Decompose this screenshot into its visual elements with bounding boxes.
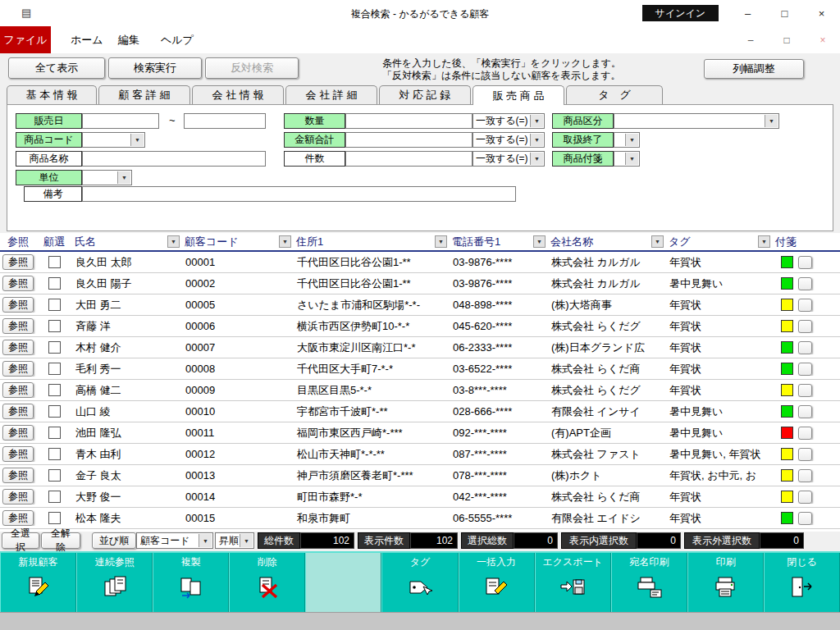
menu-home[interactable]: ホーム [62, 26, 112, 53]
search-exec-button[interactable]: 検索実行 [108, 57, 202, 79]
new-customer-button[interactable]: 新規顧客 [0, 553, 76, 612]
tag-button[interactable]: タグ [381, 553, 458, 612]
address-filter-icon[interactable]: ▼ [435, 235, 447, 248]
category-combo[interactable]: ▼ [614, 113, 779, 129]
row-checkbox[interactable] [48, 427, 61, 439]
clear-all-button[interactable]: 全解除 [41, 532, 80, 549]
sticky-button[interactable] [798, 469, 812, 482]
remarks-input[interactable] [82, 186, 516, 202]
sale-date-to-input[interactable] [184, 113, 266, 129]
row-checkbox[interactable] [48, 256, 61, 268]
row-checkbox[interactable] [48, 405, 61, 418]
phone-filter-icon[interactable]: ▼ [533, 235, 546, 248]
column-width-button[interactable]: 列幅調整 [704, 59, 804, 79]
ref-button[interactable]: 参照 [2, 468, 34, 483]
show-all-button[interactable]: 全て表示 [8, 57, 105, 79]
code-filter-icon[interactable]: ▼ [279, 235, 291, 248]
unit-combo[interactable]: ▼ [82, 170, 132, 185]
sticky-button[interactable] [798, 448, 812, 461]
ref-button[interactable]: 参照 [2, 297, 34, 313]
discontinued-combo[interactable]: ▼ [614, 132, 640, 148]
ref-button[interactable]: 参照 [2, 382, 34, 398]
count-match-combo[interactable]: 一致する(=) ▼ [472, 151, 545, 167]
row-checkbox[interactable] [48, 491, 61, 503]
amount-total-input[interactable] [345, 132, 472, 148]
tags-filter-icon[interactable]: ▼ [758, 235, 770, 248]
print-button[interactable]: 印刷 [687, 553, 764, 612]
count-input[interactable] [345, 151, 472, 167]
ref-button[interactable]: 参照 [2, 361, 34, 377]
ref-button[interactable]: 参照 [2, 340, 34, 355]
product-code-combo[interactable]: ▼ [82, 132, 145, 148]
ribbon-restore-icon[interactable]: □ [779, 33, 794, 48]
tab-company-info[interactable]: 会 社 情 報 [192, 85, 284, 104]
menu-help[interactable]: ヘルプ [153, 26, 202, 53]
batch-input-button[interactable]: 一括入力 [459, 553, 535, 612]
sticky-button[interactable] [798, 405, 812, 418]
row-checkbox[interactable] [48, 512, 61, 524]
amount-match-combo[interactable]: 一致する(=) ▼ [472, 132, 545, 148]
chevron-down-icon[interactable]: ▼ [625, 153, 638, 165]
ref-button[interactable]: 参照 [2, 276, 34, 291]
sale-date-from-input[interactable] [82, 113, 159, 129]
chevron-down-icon[interactable]: ▼ [765, 115, 778, 127]
tab-basic-info[interactable]: 基 本 情 報 [7, 85, 97, 104]
sticky-button[interactable] [798, 299, 812, 312]
sticky-button[interactable] [798, 512, 812, 525]
close-window-button[interactable]: 閉じる [764, 553, 840, 612]
ref-button[interactable]: 参照 [2, 404, 34, 419]
minimize-icon[interactable]: – [729, 0, 766, 26]
sticky-button[interactable] [798, 491, 812, 504]
chevron-down-icon[interactable]: ▼ [530, 153, 543, 165]
signin-button[interactable]: サインイン [642, 5, 719, 21]
maximize-icon[interactable]: □ [766, 0, 803, 26]
company-filter-icon[interactable]: ▼ [651, 235, 664, 248]
chevron-down-icon[interactable]: ▼ [530, 115, 543, 127]
quantity-match-combo[interactable]: 一致する(=) ▼ [472, 113, 545, 129]
row-checkbox[interactable] [48, 341, 61, 354]
ribbon-close-icon[interactable]: × [815, 33, 830, 48]
chevron-down-icon[interactable]: ▼ [117, 171, 130, 184]
sticky-button[interactable] [798, 427, 812, 440]
chevron-down-icon[interactable]: ▼ [625, 134, 638, 146]
quantity-input[interactable] [345, 113, 472, 129]
chevron-down-icon[interactable]: ▼ [130, 134, 144, 146]
sticky-button[interactable] [798, 320, 812, 333]
row-checkbox[interactable] [48, 448, 61, 460]
product-tag-combo[interactable]: ▼ [614, 151, 640, 167]
duplicate-button[interactable]: 複製 [153, 553, 229, 612]
chevron-down-icon[interactable]: ▼ [240, 534, 253, 547]
tab-company-detail[interactable]: 会 社 詳 細 [285, 85, 377, 104]
row-checkbox[interactable] [48, 277, 61, 290]
sort-order-combo[interactable]: 昇順 ▼ [215, 532, 254, 549]
name-filter-icon[interactable]: ▼ [167, 235, 180, 248]
tab-tag[interactable]: タ グ [566, 85, 663, 104]
row-checkbox[interactable] [48, 299, 61, 311]
sticky-button[interactable] [798, 341, 812, 354]
row-checkbox[interactable] [48, 320, 61, 332]
select-all-button[interactable]: 全選択 [2, 532, 39, 549]
tab-customer-detail[interactable]: 顧 客 詳 細 [98, 85, 190, 104]
ribbon-minimize-icon[interactable]: – [743, 33, 758, 48]
ref-button[interactable]: 参照 [2, 489, 34, 504]
export-button[interactable]: エクスポート [535, 553, 611, 612]
sticky-button[interactable] [798, 256, 812, 269]
menu-file[interactable]: ファイル [0, 26, 51, 53]
product-name-input[interactable] [82, 151, 266, 167]
close-icon[interactable]: × [803, 0, 840, 26]
continuous-view-button[interactable]: 連続参照 [76, 553, 153, 612]
menu-edit[interactable]: 編集 [110, 26, 148, 53]
row-checkbox[interactable] [48, 469, 61, 482]
address-print-button[interactable]: 宛名印刷 [611, 553, 687, 612]
sticky-button[interactable] [798, 363, 812, 376]
ref-button[interactable]: 参照 [2, 510, 34, 526]
row-checkbox[interactable] [48, 384, 61, 396]
row-checkbox[interactable] [48, 363, 61, 375]
sort-field-combo[interactable]: 顧客コード ▼ [136, 532, 213, 549]
reverse-search-button[interactable]: 反対検索 [205, 57, 299, 79]
tab-response-log[interactable]: 対 応 記 録 [379, 85, 471, 104]
ref-button[interactable]: 参照 [2, 318, 34, 334]
ref-button[interactable]: 参照 [2, 446, 34, 462]
delete-button[interactable]: 削除 [229, 553, 305, 612]
sticky-button[interactable] [798, 384, 812, 397]
